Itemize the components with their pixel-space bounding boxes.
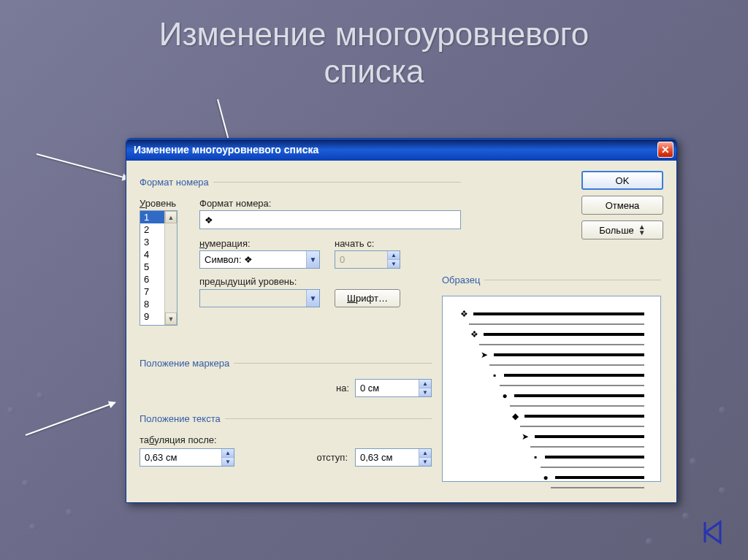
spinner-buttons[interactable]: ▲▼ bbox=[221, 449, 234, 466]
preview-row: ● bbox=[459, 473, 644, 482]
start-at-label: начать с: bbox=[335, 238, 400, 249]
preview-box: ❖❖➤▪●◆➤▪● bbox=[442, 296, 661, 482]
level-item[interactable]: 1 bbox=[140, 211, 164, 223]
spinner-buttons[interactable]: ▲▼ bbox=[419, 449, 431, 466]
level-item[interactable]: 6 bbox=[140, 273, 164, 285]
titlebar[interactable]: Изменение многоуровневого списка ✕ bbox=[126, 139, 676, 161]
chevron-down-icon[interactable]: ▼ bbox=[306, 251, 319, 268]
numbering-label: нумерация: bbox=[199, 238, 320, 249]
preview-subline-row bbox=[459, 323, 644, 325]
preview-bullet-icon: ❖ bbox=[459, 310, 469, 318]
preview-row: ▪ bbox=[459, 371, 644, 380]
level-label: Уровень bbox=[140, 198, 191, 209]
preview-line bbox=[473, 312, 644, 315]
indent-label: отступ: bbox=[316, 452, 348, 463]
preview-bullet-icon: ➤ bbox=[479, 350, 489, 359]
group-text-position: Положение текста bbox=[140, 413, 432, 424]
pointer-arrow-3 bbox=[26, 402, 115, 436]
start-at-spinner: 0 ▲▼ bbox=[335, 250, 400, 269]
close-icon: ✕ bbox=[661, 144, 670, 156]
titlebar-text: Изменение многоуровневого списка bbox=[134, 144, 318, 156]
preview-bullet-icon: ▪ bbox=[489, 371, 500, 380]
level-listbox[interactable]: 1 2 3 4 5 6 7 8 9 ▲ ▼ bbox=[140, 210, 178, 326]
preview-row: ➤ bbox=[459, 350, 644, 359]
tab-after-spinner[interactable]: 0,63 см ▲▼ bbox=[140, 448, 234, 467]
preview-line bbox=[524, 415, 644, 418]
preview-line bbox=[555, 476, 644, 479]
level-item[interactable]: 7 bbox=[140, 285, 164, 298]
level-scrollbar[interactable]: ▲ ▼ bbox=[164, 211, 177, 325]
preview-subline bbox=[520, 426, 644, 427]
preview-bullet-icon: ▪ bbox=[530, 453, 541, 461]
level-item[interactable]: 8 bbox=[140, 298, 164, 310]
preview-subline-row bbox=[459, 487, 644, 488]
preview-subline bbox=[551, 487, 644, 488]
nav-prev-icon bbox=[700, 519, 726, 545]
number-format-input[interactable]: ❖ bbox=[199, 210, 461, 229]
preview-row: ▪ bbox=[459, 453, 644, 461]
spinner-buttons[interactable]: ▲▼ bbox=[419, 380, 431, 396]
preview-bullet-icon: ➤ bbox=[520, 432, 530, 441]
modify-list-dialog: Изменение многоуровневого списка ✕ OK От… bbox=[126, 138, 677, 503]
preview-bullet-icon: ◆ bbox=[510, 412, 520, 421]
chevron-down-icon: ▼ bbox=[306, 290, 319, 307]
level-item[interactable]: 9 bbox=[140, 310, 164, 323]
preview-line bbox=[504, 374, 644, 377]
tab-after-label: табуляция после: bbox=[140, 434, 432, 445]
number-format-label: Формат номера: bbox=[199, 198, 461, 209]
preview-subline-row bbox=[459, 426, 644, 427]
spinner-buttons: ▲▼ bbox=[387, 251, 400, 268]
indent-spinner[interactable]: 0,63 см ▲▼ bbox=[355, 448, 432, 467]
preview-line bbox=[535, 435, 644, 438]
scroll-up-icon[interactable]: ▲ bbox=[165, 211, 177, 223]
prev-level-combo: ▼ bbox=[199, 289, 320, 307]
group-marker-position: Положение маркера bbox=[140, 358, 432, 369]
dialog-buttons: OK Отмена Больше ▲▼ bbox=[581, 171, 663, 239]
scroll-down-icon[interactable]: ▼ bbox=[165, 312, 177, 325]
cancel-button[interactable]: Отмена bbox=[581, 196, 663, 215]
group-number-format: Формат номера bbox=[140, 177, 461, 188]
preview-subline-row bbox=[459, 385, 644, 386]
preview-subline bbox=[479, 344, 644, 345]
preview-bullet-icon: ● bbox=[541, 473, 551, 482]
preview-subline bbox=[500, 385, 644, 386]
pointer-arrow-2 bbox=[37, 153, 129, 180]
preview-row: ● bbox=[459, 391, 644, 400]
nav-prev-button[interactable] bbox=[698, 518, 728, 547]
marker-at-label: на: bbox=[336, 383, 349, 394]
preview-line bbox=[514, 394, 644, 397]
level-items: 1 2 3 4 5 6 7 8 9 bbox=[140, 211, 164, 325]
updown-icon: ▲▼ bbox=[638, 224, 646, 236]
more-button[interactable]: Больше ▲▼ bbox=[581, 220, 663, 239]
level-item[interactable]: 3 bbox=[140, 236, 164, 248]
preview-bullet-icon: ● bbox=[500, 391, 510, 400]
prev-level-label: предыдущий уровень: bbox=[199, 276, 320, 288]
close-button[interactable]: ✕ bbox=[657, 142, 673, 158]
preview-row: ❖ bbox=[459, 330, 644, 339]
level-item[interactable]: 4 bbox=[140, 248, 164, 261]
preview-subline bbox=[530, 446, 644, 448]
level-item[interactable]: 5 bbox=[140, 261, 164, 273]
group-preview: Образец bbox=[442, 275, 661, 285]
preview-line bbox=[494, 353, 644, 356]
preview-subline-row bbox=[459, 446, 644, 448]
preview-line bbox=[484, 333, 644, 336]
level-item[interactable]: 2 bbox=[140, 223, 164, 236]
ok-button[interactable]: OK bbox=[581, 171, 663, 190]
preview-subline-row bbox=[459, 405, 644, 407]
font-button[interactable]: Шрифт… bbox=[335, 289, 400, 307]
preview-subline-row bbox=[459, 467, 644, 468]
preview-subline bbox=[469, 323, 644, 325]
marker-at-spinner[interactable]: 0 см ▲▼ bbox=[355, 379, 432, 397]
preview-subline bbox=[489, 364, 644, 366]
preview-subline-row bbox=[459, 344, 644, 345]
preview-subline bbox=[541, 467, 644, 468]
preview-row: ❖ bbox=[459, 310, 644, 318]
preview-row: ➤ bbox=[459, 432, 644, 441]
slide-title: Изменение многоуровневого списка bbox=[0, 0, 748, 90]
preview-subline-row bbox=[459, 364, 644, 366]
preview-bullet-icon: ❖ bbox=[469, 330, 479, 339]
preview-line bbox=[545, 456, 644, 459]
preview-row: ◆ bbox=[459, 412, 644, 421]
numbering-combo[interactable]: Символ: ❖ ▼ bbox=[199, 250, 320, 269]
